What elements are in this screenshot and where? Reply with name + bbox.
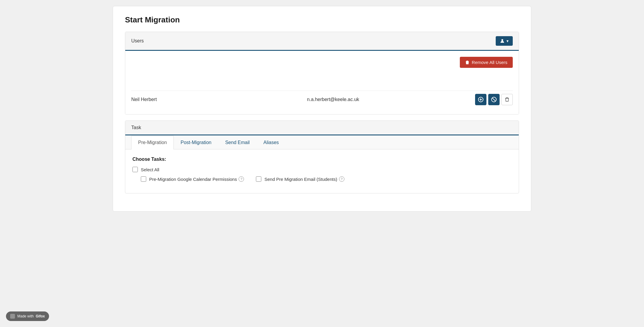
chevron-down-icon: ▾ — [506, 39, 509, 43]
gifox-logo-icon — [10, 314, 15, 319]
tabs-bar: Pre-Migration Post-Migration Send Email … — [125, 135, 519, 149]
task-section-label: Task — [131, 125, 141, 130]
gcal-label[interactable]: Pre-Migration Google Calendar Permission… — [149, 176, 244, 182]
premig-email-label[interactable]: Send Pre Migration Email (Students) ? — [264, 176, 344, 182]
delete-user-button[interactable] — [501, 94, 513, 105]
tab-post-migration[interactable]: Post-Migration — [174, 135, 218, 149]
gifox-badge: Made with Gifox — [6, 311, 49, 321]
person-icon — [500, 39, 505, 43]
premig-email-help-icon[interactable]: ? — [339, 176, 344, 182]
block-button[interactable] — [488, 94, 500, 105]
ban-icon — [491, 97, 497, 102]
users-section-header: Users ▾ — [125, 32, 519, 51]
checkbox-premig-email-row: Send Pre Migration Email (Students) ? — [256, 176, 344, 182]
page-title: Start Migration — [125, 15, 519, 25]
user-row: Neil Herbert n.a.herbert@keele.ac.uk — [131, 91, 513, 108]
choose-tasks-label: Choose Tasks: — [132, 157, 512, 162]
users-section-body: Remove All Users Neil Herbert n.a.herber… — [125, 51, 519, 114]
user-email: n.a.herbert@keele.ac.uk — [191, 97, 475, 102]
tab-content-pre-migration: Choose Tasks: Select All Pre-Migration G… — [125, 149, 519, 193]
svg-point-0 — [501, 39, 503, 41]
page-wrapper: Start Migration Users ▾ Remove All Users — [113, 6, 531, 212]
svg-line-5 — [492, 98, 496, 101]
trash-icon — [465, 60, 469, 65]
tab-pre-migration[interactable]: Pre-Migration — [131, 135, 174, 149]
user-actions — [475, 94, 513, 105]
task-checkboxes-grid: Pre-Migration Google Calendar Permission… — [141, 176, 512, 186]
premig-email-checkbox[interactable] — [256, 176, 261, 182]
remove-all-users-button[interactable]: Remove All Users — [460, 57, 513, 68]
trash-icon — [505, 97, 509, 102]
task-section-header: Task — [125, 121, 519, 135]
users-section-label: Users — [131, 38, 144, 44]
tab-aliases[interactable]: Aliases — [257, 135, 286, 149]
checkbox-gcal-row: Pre-Migration Google Calendar Permission… — [141, 176, 244, 182]
users-section: Users ▾ Remove All Users Neil Herbert n. — [125, 32, 519, 114]
gifox-brand: Gifox — [36, 314, 45, 318]
plus-circle-icon — [478, 97, 483, 102]
select-all-label[interactable]: Select All — [141, 167, 159, 172]
select-all-row: Select All — [132, 167, 512, 172]
task-section-body: Pre-Migration Post-Migration Send Email … — [125, 135, 519, 193]
gcal-checkbox[interactable] — [141, 176, 146, 182]
select-all-checkbox[interactable] — [132, 167, 138, 172]
add-user-button[interactable]: ▾ — [496, 36, 513, 46]
gifox-made-with: Made with Gifox — [17, 314, 45, 318]
gcal-help-icon[interactable]: ? — [239, 176, 244, 182]
add-permission-button[interactable] — [475, 94, 486, 105]
user-name: Neil Herbert — [131, 97, 191, 102]
task-section: Task Pre-Migration Post-Migration Send E… — [125, 120, 519, 193]
tab-send-email[interactable]: Send Email — [218, 135, 257, 149]
